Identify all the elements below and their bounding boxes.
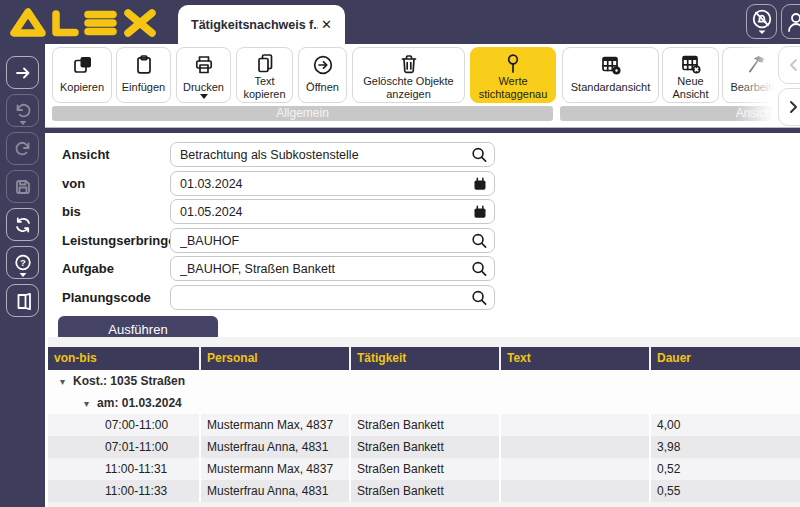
chevron-left-icon [789, 58, 798, 72]
copy-button[interactable]: Kopieren [52, 47, 112, 103]
form-row-leistungserbringer: Leistungserbringer [62, 228, 495, 253]
refresh-button[interactable] [6, 208, 39, 241]
user-button[interactable] [781, 4, 800, 39]
redo-icon [14, 140, 32, 158]
search-icon[interactable] [471, 289, 488, 306]
forward-button[interactable] [6, 56, 39, 89]
cell-personal: Musterfrau Anna, 4831 [201, 436, 349, 458]
open-button[interactable]: Öffnen [298, 47, 347, 103]
table-row[interactable]: 11:00-11:31 Mustermann Max, 4837 Straßen… [48, 458, 800, 480]
sidebar: ? [0, 44, 45, 507]
copy-icon [71, 53, 93, 76]
bis-date-input[interactable] [170, 199, 495, 224]
table-body: ▾ Kost.: 1035 Straßen ▾ am: 01.03.2024 0… [48, 370, 800, 502]
chevron-down-icon [19, 121, 26, 125]
button-label: Gelöschte Objekte anzeigen [353, 75, 464, 103]
table-gear-icon [599, 53, 623, 76]
chevron-right-icon [789, 100, 798, 114]
toolbar-scroll-prev-button[interactable] [778, 46, 800, 84]
calendar-icon[interactable] [472, 175, 488, 192]
toolbar-scroll-next-button[interactable] [778, 88, 800, 126]
show-deleted-objects-button[interactable]: Gelöschte Objekte anzeigen [352, 47, 465, 103]
save-icon [14, 178, 32, 196]
save-button[interactable] [6, 170, 39, 203]
main-content: Ansicht von bis [45, 133, 800, 507]
toolbar-group-allgemein: Allgemein [52, 106, 553, 121]
aufgabe-input[interactable] [170, 256, 495, 281]
new-view-button[interactable]: Neue Ansicht [662, 47, 719, 103]
cell-von-bis: 11:00-11:31 [48, 458, 199, 480]
ansicht-input[interactable] [170, 142, 495, 167]
user-icon [786, 10, 800, 34]
column-header-text[interactable]: Text [501, 347, 649, 370]
cell-personal: Mustermann Max, 4837 [201, 414, 349, 436]
cell-von-bis: 07:01-11:00 [48, 436, 199, 458]
calendar-icon[interactable] [472, 203, 488, 220]
search-icon[interactable] [471, 232, 488, 249]
search-icon[interactable] [471, 260, 488, 277]
help-icon: ? [14, 254, 32, 272]
group-row-kostenstelle[interactable]: ▾ Kost.: 1035 Straßen [48, 370, 800, 392]
exit-button[interactable] [6, 284, 39, 317]
table-badge-icon [679, 53, 703, 75]
svg-text:?: ? [20, 257, 26, 268]
planungscode-input[interactable] [170, 285, 495, 310]
column-header-taetigkeit[interactable]: Tätigkeit [351, 347, 499, 370]
cell-taetigkeit: Straßen Bankett [351, 436, 499, 458]
copy-text-button[interactable]: Text kopieren [236, 47, 293, 103]
group-row-datum[interactable]: ▾ am: 01.03.2024 [48, 392, 800, 414]
close-icon[interactable]: ✕ [318, 15, 335, 34]
tab-label: Tätigkeitsnachweis f... [191, 18, 318, 32]
print-button[interactable]: Drucken [176, 47, 231, 103]
cell-dauer: 0,52 [651, 458, 800, 480]
cell-text [501, 436, 649, 458]
field-label: Planungscode [62, 290, 170, 305]
field-label: Ansicht [62, 147, 170, 162]
field-label: von [62, 176, 170, 191]
field-label: bis [62, 204, 170, 219]
form-row-bis: bis [62, 199, 495, 224]
help-button[interactable]: ? [6, 246, 39, 279]
table-row[interactable]: 07:01-11:00 Musterfrau Anna, 4831 Straße… [48, 436, 800, 458]
caret-down-icon[interactable]: ▾ [60, 376, 65, 387]
bell-slash-icon [750, 8, 774, 36]
open-circle-arrow-icon [312, 53, 334, 76]
column-header-von-bis[interactable]: von-bis [48, 347, 199, 370]
form-row-planungscode: Planungscode [62, 285, 495, 310]
table-row[interactable]: 07:00-11:00 Mustermann Max, 4837 Straßen… [48, 414, 800, 436]
values-as-of-date-button[interactable]: Werte stichtaggenau [470, 47, 556, 103]
cell-text [501, 458, 649, 480]
button-label: Einfügen [120, 76, 167, 102]
button-label: Kopieren [58, 76, 106, 102]
button-label: Werte stichtaggenau [471, 75, 555, 103]
cell-dauer: 0,55 [651, 480, 800, 502]
button-label: Neue Ansicht [663, 75, 718, 103]
button-label: Text kopieren [237, 75, 292, 103]
column-header-dauer[interactable]: Dauer [651, 347, 800, 370]
undo-button[interactable] [6, 94, 39, 127]
printer-icon [193, 53, 215, 76]
leistungserbringer-input[interactable] [170, 228, 495, 253]
copy-pages-icon [254, 53, 276, 75]
table-header-row: von-bis Personal Tätigkeit Text Dauer [48, 347, 800, 370]
field-label: Leistungserbringer [62, 233, 170, 248]
notifications-muted-button[interactable] [746, 4, 777, 39]
app-window: Tätigkeitsnachweis f... ✕ [0, 0, 800, 507]
group-label: Allgemein [276, 106, 329, 120]
results-table: von-bis Personal Tätigkeit Text Dauer ▾ … [48, 337, 800, 507]
caret-down-icon[interactable]: ▾ [84, 398, 89, 409]
group-label: Kost.: 1035 Straßen [73, 374, 185, 388]
paste-button[interactable]: Einfügen [116, 47, 171, 103]
von-date-input[interactable] [170, 171, 495, 196]
standard-view-button[interactable]: Standardansicht [562, 47, 659, 103]
cell-text [501, 480, 649, 502]
button-label: Öffnen [304, 76, 341, 102]
cell-dauer: 3,98 [651, 436, 800, 458]
search-icon[interactable] [471, 146, 488, 163]
cell-taetigkeit: Straßen Bankett [351, 458, 499, 480]
tab-taetigkeitsnachweis[interactable]: Tätigkeitsnachweis f... ✕ [178, 5, 345, 44]
table-row[interactable]: 11:00-11:33 Musterfrau Anna, 4831 Straße… [48, 480, 800, 502]
exit-door-icon [14, 292, 32, 310]
redo-button[interactable] [6, 132, 39, 165]
column-header-personal[interactable]: Personal [201, 347, 349, 370]
